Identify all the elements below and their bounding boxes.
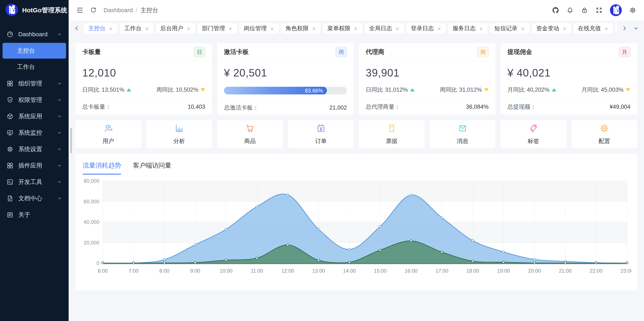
sidebar-item-devtools[interactable]: 开发工具 (0, 174, 68, 190)
sidebar-item-dashboard[interactable]: Dashboard (0, 26, 68, 42)
tabs-dropdown-button[interactable] (632, 24, 640, 32)
stat-card-footer: 总激活卡板：21,002 (217, 100, 354, 115)
tab-label: 部门管理 (202, 24, 225, 32)
quick-action-messages[interactable]: 消息 (430, 120, 496, 148)
trend-value: 31,012% (459, 86, 482, 93)
quick-action-users[interactable]: 用户 (76, 120, 141, 148)
close-icon[interactable] (186, 26, 191, 31)
tab-chip-工作台[interactable]: 工作台 (120, 23, 154, 34)
menu-fold-icon[interactable] (76, 6, 84, 14)
tab-label: 菜单权限 (327, 24, 350, 32)
stat-card-agents: 代理商周39,901日同比31,012%周同比31,012%总代理商量：36,0… (359, 43, 496, 115)
chevron-down-icon (57, 196, 62, 201)
tabs-scroll-right-button[interactable] (620, 24, 629, 32)
sidebar-item-auth[interactable]: 权限管理 (0, 92, 68, 108)
tab-chip-全局日志[interactable]: 全局日志 (365, 23, 404, 34)
github-icon[interactable] (552, 6, 559, 14)
gear-icon (599, 123, 610, 134)
sidebar-item-settings[interactable]: 系统设置 (0, 141, 68, 157)
cube-icon (6, 113, 14, 120)
chart-tab-流量消耗趋势[interactable]: 流量消耗趋势 (83, 161, 121, 174)
user-add-icon (103, 123, 113, 134)
close-icon[interactable] (312, 26, 316, 31)
quick-action-orders[interactable]: 订单 (288, 120, 354, 148)
chart-panel: 流量消耗趋势客户端访问量 020,00040,00060,00080,0006:… (76, 154, 637, 290)
stat-card-footer: 总代理商量：36,084% (359, 100, 496, 114)
trend-up: 月同比40,202% (508, 86, 556, 94)
stat-card-value: ¥ 20,501 (224, 67, 347, 79)
svg-text:7:00: 7:00 (128, 268, 138, 274)
sidebar-item-label: 系统监控 (18, 129, 57, 137)
tab-chip-登录日志[interactable]: 登录日志 (406, 23, 446, 34)
svg-text:60,000: 60,000 (84, 199, 99, 204)
tab-chip-主控台[interactable]: 主控台 (84, 23, 118, 34)
close-icon[interactable] (270, 26, 274, 31)
close-icon[interactable] (520, 26, 525, 31)
receipt-icon (386, 123, 397, 134)
quick-action-tickets[interactable]: 票据 (359, 120, 425, 148)
sidebar-item-plugins[interactable]: 插件应用 (0, 157, 68, 174)
tab-label: 岗位管理 (244, 24, 267, 32)
close-icon[interactable] (144, 26, 149, 31)
sidebar-subitem-workbench[interactable]: 工作台 (2, 59, 66, 75)
sidebar-item-about[interactable]: 关于 (0, 206, 68, 223)
tab-chip-服务日志[interactable]: 服务日志 (448, 23, 488, 34)
tabs-scroll-left-button[interactable] (72, 24, 81, 32)
quick-action-labels[interactable]: 标签 (500, 120, 566, 148)
trend-up: 日同比31,012% (366, 86, 415, 94)
period-badge: 周 (336, 47, 347, 57)
content-scrollbar-thumb[interactable] (70, 128, 72, 153)
sidebar-subitem-console[interactable]: 主控台 (2, 43, 66, 58)
close-icon[interactable] (562, 26, 567, 31)
chart-tab-客户端访问量[interactable]: 客户端访问量 (133, 161, 171, 174)
sidebar-item-apps[interactable]: 系统应用 (0, 108, 68, 124)
tab-chip-角色权限[interactable]: 角色权限 (281, 23, 320, 34)
dashboard-icon (6, 31, 14, 38)
close-icon[interactable] (353, 26, 358, 31)
trend-value: 13,501% (102, 86, 124, 93)
breadcrumb-root[interactable]: Dashboard (104, 7, 133, 14)
sidebar-item-org[interactable]: 组织管理 (0, 75, 68, 92)
sidebar-item-monitor[interactable]: 系统监控 (0, 124, 68, 141)
quick-action-config[interactable]: 配置 (572, 120, 638, 148)
close-icon[interactable] (604, 26, 608, 31)
tab-chip-短信记录[interactable]: 短信记录 (490, 23, 529, 34)
tab-chip-菜单权限[interactable]: 菜单权限 (323, 23, 362, 34)
stat-footer-label: 总提现额： (508, 103, 536, 110)
trend-down: 周同比31,012% (440, 86, 489, 94)
tab-chip-部门管理[interactable]: 部门管理 (198, 23, 237, 34)
bell-icon[interactable] (566, 6, 574, 14)
about-icon (6, 211, 14, 218)
monitor-chart-icon (6, 129, 14, 136)
quick-action-label: 订单 (315, 137, 327, 145)
tabbar: 主控台工作台后台用户部门管理岗位管理角色权限菜单权限全局日志登录日志服务日志短信… (68, 20, 644, 36)
user-avatar[interactable] (610, 4, 622, 16)
tab-chip-岗位管理[interactable]: 岗位管理 (240, 23, 279, 34)
close-icon[interactable] (108, 26, 113, 31)
trend-row: 月同比40,202%月同比45,003% (508, 86, 630, 94)
quick-action-goods[interactable]: 商品 (217, 120, 283, 148)
fullscreen-icon[interactable] (596, 6, 603, 14)
close-icon[interactable] (479, 26, 483, 31)
svg-text:19:00: 19:00 (497, 268, 510, 274)
close-icon[interactable] (228, 26, 233, 31)
close-icon[interactable] (395, 26, 400, 31)
tab-chip-提现管理[interactable]: 提现管理 (616, 23, 617, 34)
close-icon[interactable] (437, 26, 442, 31)
tab-chip-资金变动[interactable]: 资金变动 (532, 23, 571, 34)
app-layout: HotGo管理系统 Dashboard主控台工作台组织管理权限管理系统应用系统监… (0, 0, 644, 321)
sidebar-item-docs[interactable]: 文档中心 (0, 190, 68, 206)
main-area: Dashboard / 主控台 主控台工作台后台用户部门管理岗位管理角色权限菜单… (68, 0, 644, 321)
period-badge: 日 (194, 47, 205, 57)
trend-down-arrow-icon (200, 88, 205, 92)
sidebar-item-label: 开发工具 (18, 178, 57, 186)
refresh-icon[interactable] (90, 6, 97, 14)
tab-chip-在线充值[interactable]: 在线充值 (574, 23, 613, 34)
lock-icon[interactable] (581, 6, 588, 14)
quick-action-analysis[interactable]: 分析 (146, 120, 212, 148)
tab-chip-后台用户[interactable]: 后台用户 (156, 23, 195, 34)
stat-card-footer: 总卡板量：10,403 (76, 100, 212, 114)
stat-footer-value: 10,403 (188, 104, 205, 110)
settings-gear-icon[interactable] (629, 6, 636, 14)
svg-text:9:00: 9:00 (190, 268, 200, 274)
